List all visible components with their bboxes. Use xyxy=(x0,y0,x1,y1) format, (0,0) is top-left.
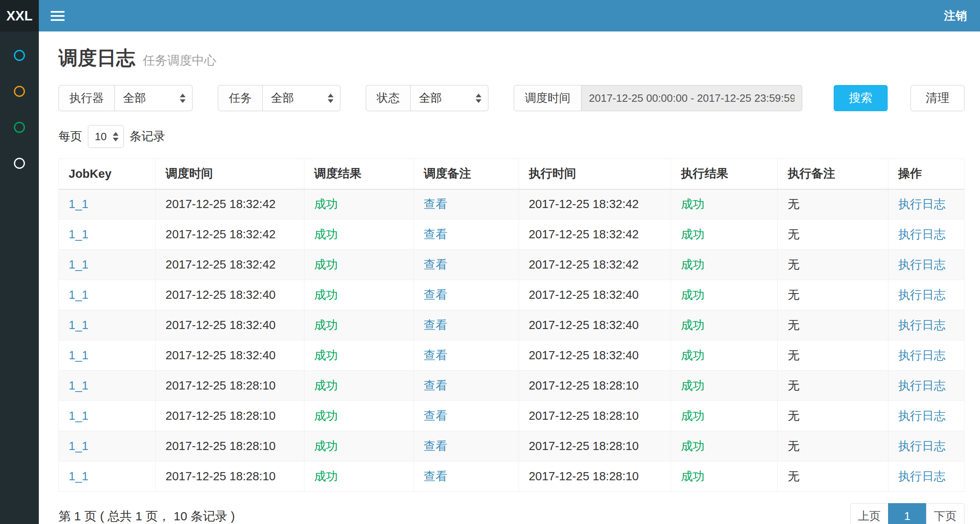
jobkey-link[interactable]: 1_1 xyxy=(69,409,88,422)
trigger-msg-link[interactable]: 查看 xyxy=(424,439,447,452)
jobkey-link[interactable]: 1_1 xyxy=(69,318,88,331)
trigger-time-value: 2017-12-25 18:32:42 xyxy=(166,197,275,210)
clear-button[interactable]: 清理 xyxy=(911,85,964,111)
handle-time-value: 2017-12-25 18:32:42 xyxy=(529,228,639,241)
top-navbar: XXL 注销 xyxy=(0,0,980,31)
hamburger-icon xyxy=(51,9,65,23)
table-row: 1_12017-12-25 18:32:42成功查看2017-12-25 18:… xyxy=(59,219,964,250)
exec-log-link[interactable]: 执行日志 xyxy=(898,409,946,422)
table-row: 1_12017-12-25 18:32:40成功查看2017-12-25 18:… xyxy=(59,310,964,340)
sidebar-toggle-button[interactable] xyxy=(39,0,76,31)
handle-result-value: 成功 xyxy=(681,228,705,241)
column-header-handle-time: 执行时间 xyxy=(519,159,671,189)
logout-link[interactable]: 注销 xyxy=(931,0,980,31)
search-button[interactable]: 搜索 xyxy=(834,85,888,111)
current-page-button[interactable]: 1 xyxy=(888,503,926,524)
jobkey-link[interactable]: 1_1 xyxy=(69,258,88,271)
exec-log-link[interactable]: 执行日志 xyxy=(898,379,946,392)
sidebar-item-1[interactable] xyxy=(0,73,39,109)
trigger-result-value: 成功 xyxy=(314,409,338,422)
trigger-time-value: 2017-12-25 18:28:10 xyxy=(166,470,275,483)
table-row: 1_12017-12-25 18:28:10成功查看2017-12-25 18:… xyxy=(59,371,964,401)
trigger-msg-link[interactable]: 查看 xyxy=(424,349,447,362)
sidebar-item-2[interactable] xyxy=(0,109,39,145)
table-footer: 第 1 页 ( 总共 1 页， 10 条记录 ) 上页 1 下页 xyxy=(58,503,964,524)
status-filter-group: 状态 全部 xyxy=(366,85,488,111)
exec-log-link[interactable]: 执行日志 xyxy=(898,349,946,362)
jobkey-link[interactable]: 1_1 xyxy=(69,439,88,452)
page-header: 调度日志 任务调度中心 xyxy=(58,45,964,71)
pagination: 上页 1 下页 xyxy=(850,503,964,524)
exec-log-link[interactable]: 执行日志 xyxy=(898,258,946,271)
status-select[interactable]: 全部 xyxy=(411,85,488,111)
trigger-msg-link[interactable]: 查看 xyxy=(424,228,447,241)
jobkey-link[interactable]: 1_1 xyxy=(69,470,88,483)
trigger-time-value: 2017-12-25 18:32:40 xyxy=(166,349,275,362)
app-logo[interactable]: XXL xyxy=(0,0,39,31)
next-page-button[interactable]: 下页 xyxy=(926,503,964,524)
exec-log-link[interactable]: 执行日志 xyxy=(898,197,946,210)
log-table: JobKey 调度时间 调度结果 调度备注 执行时间 执行结果 执行备注 操作 … xyxy=(58,159,964,492)
page-size-row: 每页 10 条记录 xyxy=(58,125,964,148)
column-header-handle-result: 执行结果 xyxy=(671,159,777,189)
trigger-time-value: 2017-12-25 18:32:40 xyxy=(166,318,275,331)
status-filter-label: 状态 xyxy=(366,85,411,111)
jobkey-link[interactable]: 1_1 xyxy=(69,349,88,362)
page-size-prefix-label: 每页 xyxy=(58,128,82,145)
time-filter-label: 调度时间 xyxy=(514,85,582,111)
trigger-msg-link[interactable]: 查看 xyxy=(424,470,447,483)
trigger-msg-link[interactable]: 查看 xyxy=(424,379,447,392)
column-header-handle-msg: 执行备注 xyxy=(778,159,888,189)
handle-time-value: 2017-12-25 18:28:10 xyxy=(529,439,639,452)
time-filter-group: 调度时间 xyxy=(514,85,802,111)
job-select[interactable]: 全部 xyxy=(263,85,340,111)
handle-msg-value: 无 xyxy=(788,318,799,331)
handle-msg-value: 无 xyxy=(788,197,799,210)
exec-log-link[interactable]: 执行日志 xyxy=(898,288,946,301)
jobkey-link[interactable]: 1_1 xyxy=(69,288,88,301)
handle-msg-value: 无 xyxy=(788,409,799,422)
time-range-input[interactable] xyxy=(582,85,802,111)
handle-msg-value: 无 xyxy=(788,470,799,483)
exec-log-link[interactable]: 执行日志 xyxy=(898,439,946,452)
handle-msg-value: 无 xyxy=(788,258,799,271)
trigger-msg-link[interactable]: 查看 xyxy=(424,318,447,331)
handle-msg-value: 无 xyxy=(788,349,799,362)
jobkey-link[interactable]: 1_1 xyxy=(69,379,88,392)
circle-outline-icon xyxy=(14,158,25,169)
select-arrows-icon xyxy=(476,94,481,103)
exec-log-link[interactable]: 执行日志 xyxy=(898,470,946,483)
jobkey-link[interactable]: 1_1 xyxy=(69,197,88,210)
trigger-time-value: 2017-12-25 18:28:10 xyxy=(166,379,275,392)
trigger-time-value: 2017-12-25 18:28:10 xyxy=(166,409,275,422)
trigger-msg-link[interactable]: 查看 xyxy=(424,288,447,301)
table-row: 1_12017-12-25 18:28:10成功查看2017-12-25 18:… xyxy=(59,461,964,492)
trigger-result-value: 成功 xyxy=(314,228,338,241)
sidebar xyxy=(0,31,39,524)
handle-time-value: 2017-12-25 18:32:40 xyxy=(529,288,639,301)
filter-toolbar: 执行器 全部 任务 全部 状态 全部 调度时间 搜索 清理 xyxy=(58,85,964,111)
circle-outline-icon xyxy=(14,86,25,97)
table-row: 1_12017-12-25 18:28:10成功查看2017-12-25 18:… xyxy=(59,401,964,431)
table-header-row: JobKey 调度时间 调度结果 调度备注 执行时间 执行结果 执行备注 操作 xyxy=(59,159,964,189)
column-header-action: 操作 xyxy=(888,159,964,189)
page-size-select[interactable]: 10 xyxy=(88,125,124,148)
trigger-msg-link[interactable]: 查看 xyxy=(424,409,447,422)
sidebar-item-3[interactable] xyxy=(0,145,39,181)
handle-result-value: 成功 xyxy=(681,439,705,452)
navbar-spacer xyxy=(76,0,931,31)
trigger-msg-link[interactable]: 查看 xyxy=(424,258,447,271)
executor-select[interactable]: 全部 xyxy=(115,85,192,111)
trigger-time-value: 2017-12-25 18:32:40 xyxy=(166,288,275,301)
table-row: 1_12017-12-25 18:32:40成功查看2017-12-25 18:… xyxy=(59,340,964,371)
prev-page-button[interactable]: 上页 xyxy=(850,503,888,524)
sidebar-item-0[interactable] xyxy=(0,37,39,73)
jobkey-link[interactable]: 1_1 xyxy=(69,228,88,241)
trigger-msg-link[interactable]: 查看 xyxy=(424,197,447,210)
trigger-result-value: 成功 xyxy=(314,258,338,271)
select-arrows-icon xyxy=(113,132,119,141)
exec-log-link[interactable]: 执行日志 xyxy=(898,228,946,241)
exec-log-link[interactable]: 执行日志 xyxy=(898,318,946,331)
handle-time-value: 2017-12-25 18:32:40 xyxy=(529,349,639,362)
trigger-result-value: 成功 xyxy=(314,439,338,452)
